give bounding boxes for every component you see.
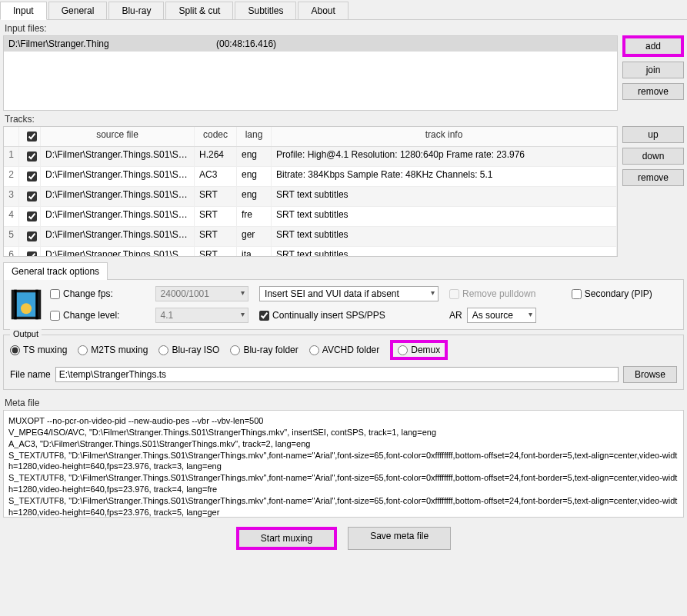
input-file-duration: (00:48:16.416) [216,38,276,49]
general-track-options-panel: Change fps: 24000/1001 Insert SEI and VU… [3,279,684,330]
down-button[interactable]: down [622,148,684,165]
sei-combo[interactable]: Insert SEI and VUI data if absent [259,286,439,301]
svg-rect-3 [14,290,17,320]
meta-file-label: Meta file [3,395,684,410]
track-source: D:\Filmer\Stranger.Things.S01\Stra... [41,227,195,246]
input-files-list[interactable]: D:\Filmer\Stranger.Thing (00:48:16.416) [3,35,618,111]
output-legend: Output [10,329,42,338]
table-row[interactable]: 2D:\Filmer\Stranger.Things.S01\Stra...AC… [4,167,617,187]
tab-subtitles[interactable]: Subtitles [235,2,296,19]
ar-label: AR [449,310,462,321]
general-track-options-tab[interactable]: General track options [3,262,108,280]
tab-input[interactable]: Input [0,2,47,20]
ar-combo[interactable]: As source [467,308,536,323]
track-codec: SRT [195,247,237,257]
track-info: SRT text subtitles [272,247,617,257]
table-row[interactable]: 1D:\Filmer\Stranger.Things.S01\Stra...H.… [4,147,617,167]
track-check[interactable] [19,207,41,226]
up-button[interactable]: up [622,126,684,143]
film-icon [10,288,42,321]
radio-avchd-folder[interactable]: AVCHD folder [309,345,379,355]
track-codec: SRT [195,207,237,226]
track-source: D:\Filmer\Stranger.Things.S01\Stra... [41,167,195,186]
add-button[interactable]: add [622,35,684,57]
track-lang: eng [237,167,272,186]
track-info: Profile: High@4.1 Resolution: 1280:640p … [272,147,617,166]
track-check[interactable] [19,247,41,257]
track-source: D:\Filmer\Stranger.Things.S01\Stra... [41,247,195,257]
track-codec: AC3 [195,167,237,186]
start-muxing-button[interactable]: Start muxing [236,527,337,550]
track-lang: eng [237,147,272,166]
tab-about[interactable]: About [298,2,348,19]
header-info[interactable]: track info [272,127,617,146]
track-info: SRT text subtitles [272,187,617,206]
input-file-row[interactable]: D:\Filmer\Stranger.Thing (00:48:16.416) [4,36,617,52]
track-source: D:\Filmer\Stranger.Things.S01\Stra... [41,187,195,206]
svg-point-2 [21,303,32,314]
fps-combo[interactable]: 24000/1001 [155,286,249,301]
meta-file-box[interactable]: MUXOPT --no-pcr-on-video-pid --new-audio… [3,410,684,518]
radio-m-ts-muxing[interactable]: M2TS muxing [78,345,148,355]
track-source: D:\Filmer\Stranger.Things.S01\Stra... [41,147,195,166]
table-row[interactable]: 4D:\Filmer\Stranger.Things.S01\Stra...SR… [4,207,617,227]
tracks-header: source file codec lang track info [4,127,617,147]
header-lang[interactable]: lang [237,127,272,146]
radio-blu-ray-folder[interactable]: Blu-ray folder [230,345,298,355]
track-lang: eng [237,187,272,206]
change-fps-check[interactable]: Change fps: [50,288,145,299]
table-row[interactable]: 5D:\Filmer\Stranger.Things.S01\Stra...SR… [4,227,617,247]
track-lang: ita [237,247,272,257]
track-lang: ger [237,227,272,246]
main-tabstrip: InputGeneralBlu-raySplit & cutSubtitlesA… [0,0,687,20]
join-button[interactable]: join [622,62,684,78]
track-check[interactable] [19,227,41,246]
tab-split-cut[interactable]: Split & cut [165,2,233,19]
input-file-name: D:\Filmer\Stranger.Thing [8,38,216,49]
change-level-check[interactable]: Change level: [50,310,145,321]
header-codec[interactable]: codec [195,127,237,146]
track-check[interactable] [19,167,41,186]
output-group: Output TS muxingM2TS muxingBlu-ray ISOBl… [3,335,684,390]
save-meta-button[interactable]: Save meta file [348,527,451,550]
remove-track-button[interactable]: remove [622,169,684,186]
tab-blu-ray[interactable]: Blu-ray [108,2,164,19]
remove-input-button[interactable]: remove [622,83,684,100]
browse-button[interactable]: Browse [623,366,677,383]
secondary-pip-check[interactable]: Secondary (PIP) [572,288,677,299]
tab-general[interactable]: General [48,2,108,19]
remove-pulldown-check[interactable]: Remove pulldown [449,288,561,299]
radio-blu-ray-iso[interactable]: Blu-ray ISO [158,345,219,355]
header-check[interactable] [19,127,41,146]
track-info: SRT text subtitles [272,207,617,226]
header-source[interactable]: source file [41,127,195,146]
track-check[interactable] [19,147,41,166]
file-name-label: File name [10,369,51,380]
svg-rect-4 [35,290,38,320]
track-check[interactable] [19,187,41,206]
table-row[interactable]: 3D:\Filmer\Stranger.Things.S01\Stra...SR… [4,187,617,207]
input-files-label: Input files: [0,20,687,35]
track-info: SRT text subtitles [272,227,617,246]
tracks-label: Tracks: [0,111,687,126]
level-combo[interactable]: 4.1 [155,308,249,323]
table-row[interactable]: 6D:\Filmer\Stranger.Things.S01\Stra...SR… [4,247,617,257]
track-codec: H.264 [195,147,237,166]
track-info: Bitrate: 384Kbps Sample Rate: 48KHz Chan… [272,167,617,186]
cont-sps-check[interactable]: Continually insert SPS/PPS [259,310,439,321]
tracks-table: source file codec lang track info 1D:\Fi… [3,126,618,257]
track-source: D:\Filmer\Stranger.Things.S01\Stra... [41,207,195,226]
track-codec: SRT [195,187,237,206]
radio-ts-muxing[interactable]: TS muxing [10,345,67,355]
file-name-input[interactable] [55,367,619,382]
radio-demux[interactable]: Demux [390,340,448,360]
track-codec: SRT [195,227,237,246]
track-lang: fre [237,207,272,226]
